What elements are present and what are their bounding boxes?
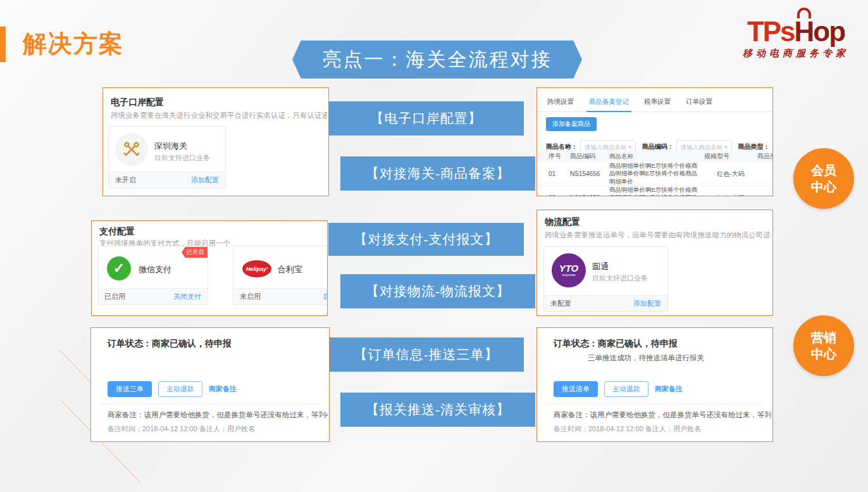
eport-config-panel: 电子口岸配置 跨境业务需要在海关进行企业和交易平台进行实名认证，只有认证通过的才…	[102, 87, 329, 196]
clear-icon[interactable]: ×	[724, 142, 728, 151]
tpshop-logo-text: TPsHop	[747, 18, 845, 46]
customs-card: 深圳海关 目前支持进口业务 未开启 添加配置	[108, 126, 226, 189]
flow-label-payment-message: 【对接支付-支付报文】	[328, 223, 524, 256]
logistics-config-panel: 物流配置 跨境业务需要推送运单号，运单号需要由有跨境推送能力的物流公司进行推送 …	[536, 210, 773, 316]
member-center-badge: 会员 中心	[793, 148, 854, 209]
registration-table: 序号 商品编码 商品名称 规格型号 商品类型 01 NS154656 商品明细单…	[537, 151, 772, 196]
panel-description: 跨境业务需要在海关进行企业和交易平台进行实名认证，只有认证通过的才能	[111, 111, 327, 120]
tab-product-registration[interactable]: 商品备案登记	[589, 98, 629, 106]
flow-label-logistics-message: 【对接物流-物流报文】	[340, 274, 535, 308]
product-registration-panel: 跨境设置 商品备案登记 税率设置 订单设置 添加备案商品 商品名称： × 商品编…	[536, 87, 773, 196]
yto-card-footer: 未配置 添加配置	[544, 295, 667, 312]
order-actions: 推送三单 主动退款 商家备注	[108, 381, 237, 397]
title-accent-bar	[0, 27, 6, 62]
payment-status: 未启用	[240, 292, 261, 301]
logo-part1: TPs	[747, 16, 795, 47]
customs-name: 深圳海关	[154, 141, 187, 152]
table-row: 01 NS154656 商品明细单价啊E尽快将个价格商品明细单价啊E尽快将个价格…	[537, 162, 772, 186]
customs-keys-icon	[115, 133, 148, 166]
payment-config-panel: 支付配置 支付跨境推单的支付方式，只能启用一个 已开启 ✓ 微信支付 已启用 关…	[91, 220, 328, 316]
slide-stage: 解决方案 TPsHop 移动电商服务专家 亮点一：海关全流程对接 【电子口岸配置…	[0, 0, 868, 492]
add-config-link[interactable]: 添加配置	[633, 299, 661, 308]
tab-order-settings[interactable]: 订单设置	[686, 98, 712, 106]
note-meta: 备注时间：2018-04-12 12:00 备注人：用户姓名	[108, 424, 255, 434]
payment-method-name: 微信支付	[139, 264, 171, 275]
push-three-orders-button[interactable]: 推送三单	[108, 381, 152, 397]
product-code-label: 商品编码：	[642, 142, 674, 151]
note-meta: 备注时间：2018-04-12 12:00 备注人：用户姓名	[554, 424, 701, 434]
page-title: 解决方案	[23, 28, 124, 60]
settings-tabbar: 跨境设置 商品备案登记 税率设置 订单设置	[537, 88, 772, 112]
col-serial: 序号	[537, 152, 570, 161]
yto-express-icon: YTO express	[552, 253, 586, 287]
marketing-center-badge: 营销 中心	[793, 315, 854, 376]
table-row: 02 NS154656 商品明细单价啊E尽快将个价格商品明细单价啊E尽快将个价格…	[537, 186, 772, 196]
logo-part2: op	[813, 16, 845, 47]
flow-label-eport: 【电子口岸配置】	[328, 101, 524, 136]
order-status-title: 订单状态：商家已确认，待申报	[108, 338, 232, 350]
customs-card-footer: 未开启 添加配置	[109, 172, 225, 188]
logo-h: H	[795, 16, 814, 47]
col-name: 商品名称	[609, 153, 704, 160]
divider	[100, 404, 320, 405]
payment-status: 已启用	[104, 292, 125, 301]
panel-description: 跨境业务需要推送运单号，运单号需要由有跨境推送能力的物流公司进行推送	[545, 230, 771, 240]
refund-button[interactable]: 主动退款	[604, 381, 648, 397]
panel-title: 支付配置	[99, 226, 135, 237]
push-manifest-button[interactable]: 推送清单	[554, 381, 598, 397]
divider	[546, 404, 764, 405]
helipay-logo-icon: Helipay'	[242, 260, 271, 277]
helipay-card-footer: 未启用 启用	[233, 288, 328, 305]
panel-title: 电子口岸配置	[111, 97, 164, 108]
customs-support-note: 目前支持进口业务	[154, 153, 210, 163]
close-payment-link[interactable]: 关闭支付	[173, 292, 201, 301]
col-code: 商品编码	[570, 152, 609, 161]
tpshop-logo: TPsHop 移动电商服务专家	[726, 18, 865, 60]
add-config-link[interactable]: 添加配置	[191, 175, 219, 185]
order-status-panel-right: 订单状态：商家已确认，待申报 三单推送成功，待推送清单进行报关 推送清单 主动退…	[536, 327, 773, 442]
wechat-icon: ✓	[107, 256, 131, 281]
table-header-row: 序号 商品编码 商品名称 规格型号 商品类型	[537, 151, 772, 162]
order-status-panel-left: 订单状态：商家已确认，待申报 推送三单 主动退款 商家备注 商家备注：该用户需要…	[90, 327, 330, 442]
tab-cross-border-settings[interactable]: 跨境设置	[547, 98, 574, 106]
enable-payment-link[interactable]: 启用	[323, 292, 328, 301]
add-registered-product-button[interactable]: 添加备案商品	[546, 117, 597, 131]
flow-label-order-push: 【订单信息-推送三单】	[328, 337, 524, 372]
clear-icon[interactable]: ×	[628, 142, 631, 151]
product-type-label: 商品类型：	[738, 142, 770, 151]
product-name-label: 商品名称：	[546, 142, 578, 151]
flow-label-customs-registration: 【对接海关-商品备案】	[340, 156, 535, 191]
order-actions: 推送清单 主动退款 商家备注	[554, 381, 683, 397]
shopping-bag-handle-icon	[797, 8, 811, 18]
merchant-remark-link[interactable]: 商家备注	[209, 384, 237, 394]
tab-tax-settings[interactable]: 税率设置	[644, 98, 671, 106]
merchant-remark-link[interactable]: 商家备注	[655, 384, 683, 394]
payment-method-name: 合利宝	[278, 264, 302, 275]
customs-status: 未开启	[115, 175, 136, 185]
logistics-support-note: 目前支持进口业务	[592, 274, 648, 283]
yto-card: YTO express 圆通 目前支持进口业务 未配置 添加配置	[543, 246, 668, 312]
merchant-note: 商家备注：该用户需要给他换货，但是换货单号还没有给过来，等到4月30日需要联系买…	[108, 410, 328, 420]
panel-title: 物流配置	[545, 217, 580, 228]
wechat-pay-card: 已开启 ✓ 微信支付 已启用 关闭支付	[97, 246, 208, 305]
flow-label-clearance-audit: 【报关推送-清关审核】	[340, 393, 535, 427]
merchant-note: 商家备注：该用户需要给他换货，但是换货单号还没有给过来，等到4月30日	[554, 410, 771, 420]
helipay-card: Helipay' 合利宝 未启用 启用	[233, 246, 328, 305]
enabled-badge: 已开启	[182, 247, 208, 258]
logistics-status: 未配置	[550, 299, 571, 308]
col-type: 商品类型	[757, 152, 773, 161]
logistics-name: 圆通	[592, 261, 609, 272]
refund-button[interactable]: 主动退款	[158, 381, 202, 397]
logo-tagline: 移动电商服务专家	[726, 47, 865, 60]
highlight-banner: 亮点一：海关全流程对接	[292, 41, 582, 79]
col-spec: 规格型号	[704, 152, 757, 161]
wechat-card-footer: 已启用 关闭支付	[98, 288, 208, 305]
order-status-subtitle: 三单推送成功，待推送清单进行报关	[588, 353, 704, 363]
order-status-title: 订单状态：商家已确认，待申报	[554, 338, 678, 350]
